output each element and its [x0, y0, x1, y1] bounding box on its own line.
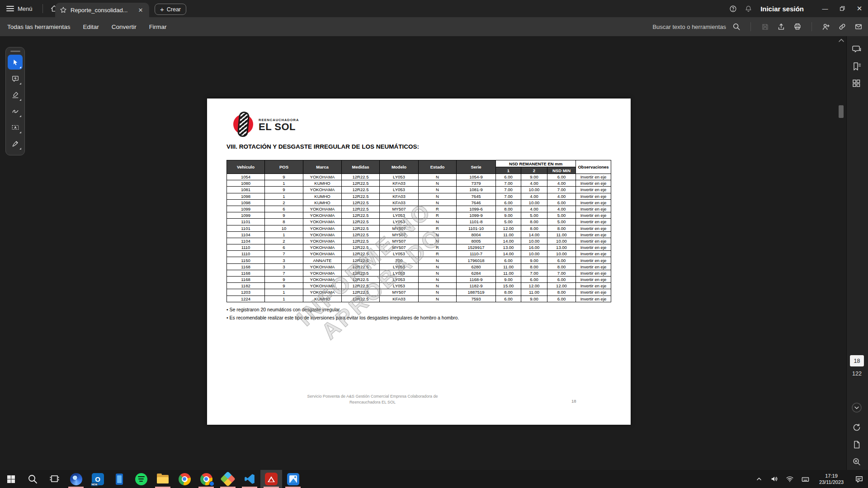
- taskbar-app-mail[interactable]: [65, 470, 87, 488]
- menu-all-tools[interactable]: Todas las herramientas: [7, 23, 71, 30]
- tab-close-icon[interactable]: ✕: [137, 7, 145, 14]
- current-page-input[interactable]: 18: [850, 355, 864, 366]
- task-view-button[interactable]: [43, 470, 65, 488]
- notifications-button[interactable]: [741, 0, 756, 17]
- table-cell: 14.00: [496, 251, 521, 257]
- table-cell: KUMHO: [303, 193, 342, 199]
- table-cell: 4.00: [521, 180, 547, 187]
- table-cell: 12R22.5: [342, 270, 380, 276]
- tire-icon: [237, 111, 250, 137]
- menu-sign[interactable]: Firmar: [149, 23, 167, 30]
- taskbar-app-vscode[interactable]: [239, 470, 260, 488]
- divider: [811, 22, 812, 31]
- select-tool-button[interactable]: [8, 55, 23, 70]
- add-comment-icon: [11, 75, 19, 83]
- taskbar-app-outlook[interactable]: ONEW: [87, 470, 108, 488]
- help-button[interactable]: [725, 0, 741, 17]
- table-cell: 2: [265, 238, 303, 244]
- taskbar-app-spotify[interactable]: [130, 470, 152, 488]
- touch-keyboard-button[interactable]: [797, 470, 813, 488]
- thumbnails-panel-button[interactable]: [852, 79, 861, 88]
- scrollbar-thumb[interactable]: [839, 105, 844, 118]
- table-cell: 9.00: [496, 277, 521, 283]
- sign-in-button[interactable]: Iniciar sesión: [760, 5, 804, 13]
- taskbar-search-button[interactable]: [22, 470, 43, 488]
- search-button[interactable]: [731, 20, 742, 33]
- taskbar-app-acrobat[interactable]: [260, 470, 282, 488]
- table-cell: 2: [265, 199, 303, 206]
- link-button[interactable]: [836, 20, 848, 33]
- menu-edit[interactable]: Editar: [83, 23, 99, 30]
- table-cell: N: [419, 238, 457, 244]
- table-row: 10819YOKOHAMA12R22.5LY053N1081-97.0010.0…: [227, 187, 611, 193]
- action-center-button[interactable]: [850, 470, 868, 488]
- page-number: 18: [571, 399, 576, 404]
- add-person-button[interactable]: [820, 20, 832, 33]
- taskbar-app-chrome-profile[interactable]: [195, 470, 217, 488]
- zoom-icon: [852, 457, 861, 466]
- draw-tool-button[interactable]: [8, 103, 23, 118]
- menu-convert[interactable]: Convertir: [112, 23, 137, 30]
- taskbar-clock[interactable]: 17:19 23/11/2023: [813, 473, 850, 485]
- table-cell: 11.00: [496, 263, 521, 270]
- table-cell: 1104: [227, 231, 265, 238]
- table-cell: 1796018: [457, 257, 496, 263]
- col-medidas: Medidas: [342, 160, 380, 174]
- start-button[interactable]: [0, 470, 22, 488]
- taskbar-app-file-explorer[interactable]: [152, 470, 174, 488]
- table-cell: 7.00: [496, 180, 521, 187]
- highlight-tool-button[interactable]: [8, 87, 23, 102]
- table-cell: 1: [265, 289, 303, 296]
- network-button[interactable]: [782, 470, 797, 488]
- table-cell: KFA03: [380, 199, 419, 206]
- scroll-up-button[interactable]: [838, 38, 845, 43]
- add-comment-tool-button[interactable]: [8, 71, 23, 86]
- table-cell: 10.00: [521, 187, 547, 193]
- create-button[interactable]: + Crear: [155, 4, 186, 15]
- tray-expand-button[interactable]: [751, 470, 767, 488]
- select-text-tool-button[interactable]: [8, 120, 23, 135]
- table-cell: 5.00: [547, 212, 576, 219]
- action-toolbar: Todas las herramientas Editar Convertir …: [0, 17, 868, 36]
- collapse-button[interactable]: [851, 402, 862, 413]
- volume-button[interactable]: [767, 470, 782, 488]
- zoom-button[interactable]: [852, 457, 861, 466]
- table-cell: N: [419, 257, 457, 263]
- table-cell: 13.00: [496, 244, 521, 251]
- menu-button[interactable]: Menú: [0, 0, 39, 17]
- table-cell: 6.00: [496, 199, 521, 206]
- bookmarks-panel-button[interactable]: [852, 61, 862, 71]
- document-tab[interactable]: Reporte_consolidad... ✕: [55, 3, 149, 17]
- table-row: 11683YOKOHAMA12R22.5LY053N628011.008.008…: [227, 263, 611, 270]
- taskbar-app-phone-link[interactable]: [108, 470, 130, 488]
- email-button[interactable]: [853, 20, 864, 33]
- search-label[interactable]: Buscar texto o herramientas: [652, 23, 726, 30]
- table-cell: Invertir en eje: [576, 270, 611, 276]
- taskbar-app-chrome[interactable]: [174, 470, 195, 488]
- mail-app-icon: [70, 473, 82, 485]
- share-button[interactable]: [775, 20, 787, 33]
- sign-tool-button[interactable]: [8, 136, 23, 151]
- restore-button[interactable]: [834, 0, 851, 17]
- taskbar-app-photos[interactable]: [282, 470, 304, 488]
- table-cell: ANNAITE: [303, 257, 342, 263]
- search-icon: [732, 23, 741, 31]
- refresh-button[interactable]: [852, 423, 861, 432]
- drag-handle[interactable]: [10, 51, 20, 52]
- table-row: 11687YOKOHAMA12R22.5LY053N628411.007.007…: [227, 270, 611, 276]
- table-cell: 1110-7: [457, 251, 496, 257]
- titlebar: Menú Reporte_consolidad... ✕ + Crear Ini…: [0, 0, 868, 17]
- draw-icon: [11, 107, 19, 115]
- table-cell: Invertir en eje: [576, 174, 611, 180]
- page-view-button[interactable]: [852, 440, 861, 449]
- close-window-button[interactable]: ✕: [851, 0, 868, 17]
- table-cell: Invertir en eje: [576, 296, 611, 302]
- table-cell: N: [419, 180, 457, 187]
- minimize-button[interactable]: —: [816, 0, 834, 17]
- print-button[interactable]: [792, 20, 803, 33]
- taskbar-app-diagram[interactable]: [217, 470, 239, 488]
- table-cell: YOKOHAMA: [303, 225, 342, 231]
- comments-panel-button[interactable]: [852, 44, 862, 54]
- save-button[interactable]: [759, 20, 771, 33]
- table-cell: KUMHO: [303, 296, 342, 302]
